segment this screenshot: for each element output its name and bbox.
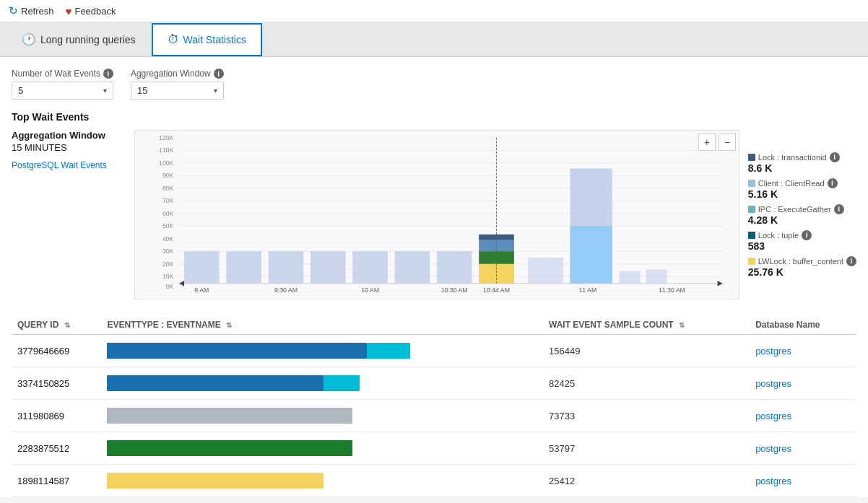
refresh-button[interactable]: ↻ Refresh — [9, 4, 54, 17]
aggregation-label: Aggregation Window — [131, 69, 211, 79]
legend-label-ipc: IPC : ExecuteGather i — [748, 204, 856, 214]
legend-color-lock-tuple — [748, 232, 755, 239]
legend-info-ipc[interactable]: i — [834, 204, 844, 214]
section-title: Top Wait Events — [12, 111, 856, 123]
db-name-value: postgres — [755, 411, 791, 421]
sort-icon-wait-count: ⇅ — [679, 321, 685, 329]
aggregation-info-icon[interactable]: i — [214, 69, 224, 79]
zoom-controls: + − — [698, 134, 736, 151]
db-name-cell: postgres — [750, 400, 856, 432]
svg-text:10:44 AM: 10:44 AM — [483, 287, 510, 294]
zoom-out-button[interactable]: − — [719, 134, 736, 151]
svg-rect-25 — [184, 251, 220, 284]
legend-info-client-read[interactable]: i — [828, 178, 838, 188]
col-wait-count[interactable]: WAIT EVENT SAMPLE COUNT ⇅ — [543, 314, 750, 335]
table-row: 228387551253797postgres — [12, 432, 856, 465]
svg-text:100K: 100K — [159, 159, 174, 167]
query-id-cell: 2283875512 — [12, 432, 101, 465]
col-query-id[interactable]: QUERY ID ⇅ — [12, 314, 101, 335]
bar-cell — [101, 400, 543, 432]
wait-events-select[interactable]: 5 ▾ — [12, 82, 113, 100]
svg-text:30K: 30K — [162, 248, 174, 255]
svg-text:120K: 120K — [159, 134, 174, 141]
svg-text:50K: 50K — [162, 222, 174, 229]
bar-cell — [101, 335, 543, 367]
agg-window-label: Aggregation Window — [12, 130, 126, 141]
query-id-cell: 311980869 — [12, 400, 101, 432]
zoom-in-button[interactable]: + — [698, 134, 716, 151]
legend-label-lock-tuple: Lock : tuple i — [748, 230, 856, 240]
svg-text:20K: 20K — [162, 261, 174, 268]
count-cell: 25412 — [543, 465, 750, 497]
feedback-label: Feedback — [74, 6, 116, 17]
svg-text:80K: 80K — [162, 185, 174, 192]
query-id-value: 2283875512 — [17, 443, 69, 454]
bar-segment — [107, 473, 324, 489]
heart-icon: ♥ — [66, 5, 72, 17]
bar-container — [107, 407, 537, 424]
bar-segment — [324, 375, 360, 391]
db-name-value: postgres — [755, 378, 791, 389]
svg-rect-41 — [646, 269, 667, 283]
legend-color-lwlock — [748, 258, 755, 265]
sort-icon-eventtype: ⇅ — [226, 321, 232, 329]
svg-rect-33 — [479, 264, 514, 284]
chevron-down-icon: ▾ — [103, 87, 107, 95]
wait-events-control: Number of Wait Events i 5 ▾ — [12, 69, 113, 100]
bar-container — [107, 342, 537, 359]
aggregation-select[interactable]: 15 ▾ — [131, 82, 224, 100]
legend-item-lock-txn: Lock : transactionid i 8.6 K — [748, 152, 856, 174]
svg-text:110K: 110K — [159, 146, 174, 154]
chevron-down-icon-2: ▾ — [214, 87, 217, 95]
svg-rect-35 — [479, 240, 514, 252]
legend-info-lock-txn[interactable]: i — [830, 152, 840, 162]
wait-events-value: 5 — [18, 85, 23, 96]
agg-window-value: 15 MINUTES — [12, 142, 126, 153]
feedback-button[interactable]: ♥ Feedback — [66, 5, 116, 17]
table-row: 3779646669156449postgres — [12, 335, 856, 367]
sort-icon-query-id: ⇅ — [64, 321, 70, 329]
controls-row: Number of Wait Events i 5 ▾ Aggregation … — [12, 69, 856, 100]
legend-item-lwlock: LWLock : buffer_content i 25.76 K — [748, 256, 856, 278]
svg-text:10 AM: 10 AM — [361, 287, 379, 294]
aggregation-value: 15 — [137, 85, 147, 96]
svg-text:11 AM: 11 AM — [578, 287, 596, 294]
tab-long-running[interactable]: 🕐 Long running queries — [6, 22, 152, 56]
query-id-cell: 3374150825 — [12, 367, 101, 400]
legend-value-ipc: 4.28 K — [748, 214, 856, 226]
table-row: 337415082582425postgres — [12, 367, 856, 400]
svg-rect-27 — [269, 251, 304, 284]
legend-value-lock-tuple: 583 — [748, 240, 856, 252]
legend-info-lwlock[interactable]: i — [846, 256, 856, 266]
aggregation-control: Aggregation Window i 15 ▾ — [131, 69, 224, 100]
tab-wait-statistics[interactable]: ⏱ Wait Statistics — [152, 23, 262, 56]
legend-color-lock-txn — [748, 154, 755, 161]
legend-value-lock-txn: 8.6 K — [748, 162, 856, 174]
pg-wait-events-link[interactable]: PostgreSQL Wait Events — [12, 160, 126, 170]
refresh-icon: ↻ — [9, 4, 18, 17]
main-content: Number of Wait Events i 5 ▾ Aggregation … — [0, 57, 868, 497]
wait-events-info-icon[interactable]: i — [103, 69, 113, 79]
tab-long-running-label: Long running queries — [40, 34, 136, 45]
legend-value-lwlock: 25.76 K — [748, 266, 856, 278]
db-name-cell: postgres — [750, 465, 856, 497]
aggregation-label-row: Aggregation Window i — [131, 69, 224, 79]
svg-text:60K: 60K — [162, 210, 174, 217]
db-name-value: postgres — [755, 443, 791, 454]
query-id-value: 1898114587 — [17, 476, 69, 486]
col-eventtype[interactable]: EVENTTYPE : EVENTNAME ⇅ — [101, 314, 543, 335]
wait-events-table: QUERY ID ⇅ EVENTTYPE : EVENTNAME ⇅ WAIT … — [12, 314, 856, 497]
wait-icon: ⏱ — [168, 33, 179, 46]
svg-text:10K: 10K — [162, 273, 174, 280]
table-body: 3779646669156449postgres337415082582425p… — [12, 335, 856, 497]
svg-text:90K: 90K — [162, 172, 174, 179]
db-name-cell: postgres — [750, 335, 856, 367]
bar-segment — [367, 343, 410, 359]
bar-segment — [107, 408, 352, 424]
count-cell: 82425 — [543, 367, 750, 400]
legend-label-client-read: Client : ClientRead i — [748, 178, 856, 188]
svg-text:40K: 40K — [162, 235, 174, 242]
legend-info-lock-tuple[interactable]: i — [802, 230, 812, 240]
legend-color-client-read — [748, 180, 755, 187]
svg-text:9 AM: 9 AM — [194, 287, 209, 294]
